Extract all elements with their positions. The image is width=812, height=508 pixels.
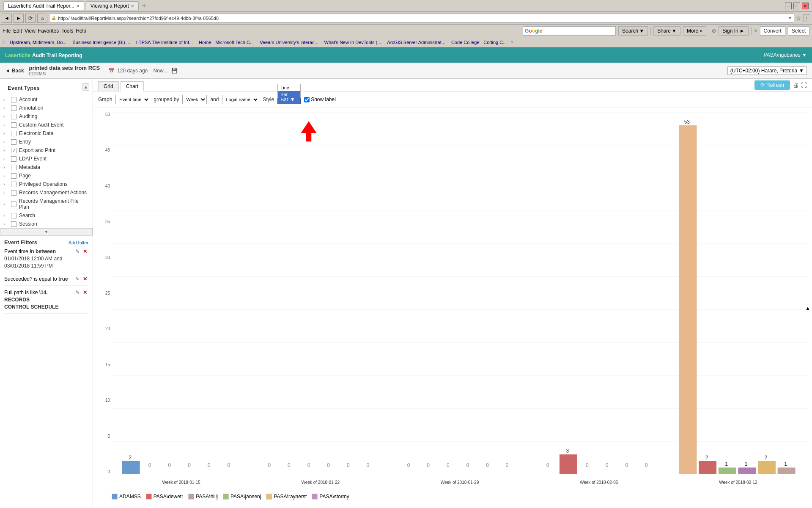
file-menu[interactable]: File bbox=[3, 28, 11, 34]
checkbox-metadata[interactable] bbox=[11, 165, 16, 170]
checkbox-records-file[interactable] bbox=[11, 202, 16, 207]
save-icon[interactable]: 💾 bbox=[171, 68, 178, 74]
address-input-box[interactable]: 🔒 http:// /audittrail/ReportMain.aspx?se… bbox=[49, 14, 794, 23]
share-button[interactable]: Share ▼ bbox=[653, 26, 680, 36]
event-type-item-page[interactable]: › Page bbox=[0, 171, 93, 180]
bookmark-5[interactable]: Veeam University's interac... bbox=[258, 39, 320, 45]
select-button[interactable]: Select bbox=[788, 26, 809, 36]
svg-text:0: 0 bbox=[427, 462, 430, 468]
google-search-input[interactable] bbox=[543, 28, 614, 33]
event-type-item-privileged[interactable]: › Privileged Operations bbox=[0, 180, 93, 188]
filter-1-remove-btn[interactable]: ✕ bbox=[82, 248, 88, 255]
filter-1-edit-btn[interactable]: ✎ bbox=[74, 248, 81, 255]
show-label-checkbox[interactable] bbox=[304, 97, 310, 102]
checkbox-entry[interactable] bbox=[11, 139, 16, 145]
event-type-item-annotation[interactable]: › Annotation bbox=[0, 104, 93, 112]
google-search-box[interactable]: Google bbox=[523, 26, 616, 36]
chart-scroll[interactable]: ▲ bbox=[805, 305, 810, 311]
x-icon[interactable]: ✕ bbox=[754, 28, 757, 33]
filter-3-edit-btn[interactable]: ✎ bbox=[74, 289, 81, 296]
refresh-button[interactable]: ⟳ Refresh bbox=[754, 80, 790, 90]
home-nav-btn[interactable]: ⌂ bbox=[37, 14, 47, 23]
address-dropdown-icon[interactable]: ▼ bbox=[788, 16, 792, 20]
checkbox-annotation[interactable] bbox=[11, 105, 16, 111]
bookmark-3[interactable]: IITPSA The Institute of Inf... bbox=[134, 39, 195, 45]
event-type-item-metadata[interactable]: › Metadata bbox=[0, 163, 93, 171]
event-type-item-records-file[interactable]: › Records Management File Plan bbox=[0, 197, 93, 211]
checkbox-account[interactable] bbox=[11, 97, 16, 102]
event-type-item-account[interactable]: › Account bbox=[0, 95, 93, 104]
tab-report-close[interactable]: ✕ bbox=[131, 4, 134, 8]
checkbox-custom-audit[interactable] bbox=[11, 122, 16, 128]
event-type-item-search[interactable]: › Search bbox=[0, 211, 93, 220]
close-window-btn[interactable]: ✕ bbox=[802, 3, 809, 9]
refresh-nav-btn[interactable]: ⟳ bbox=[25, 14, 36, 23]
back-nav-btn[interactable]: ◄ bbox=[2, 14, 12, 23]
login-select[interactable]: Login name bbox=[222, 95, 259, 104]
tab-grid[interactable]: Grid bbox=[98, 81, 119, 91]
sidebar-scroll-down[interactable]: ▼ bbox=[0, 228, 93, 235]
checkbox-export-print[interactable] bbox=[11, 148, 16, 153]
bookmark-7[interactable]: ArcGIS Server Administrat... bbox=[385, 39, 447, 45]
bookmark-4[interactable]: Home - Microsoft Tech C... bbox=[197, 39, 255, 45]
tab-chart[interactable]: Chart bbox=[121, 81, 144, 91]
style-option-line[interactable]: Line bbox=[278, 84, 300, 91]
bookmark-star-icon[interactable]: ☆ bbox=[2, 40, 5, 44]
bookmark-6[interactable]: What's New In DevTools (... bbox=[323, 39, 383, 45]
app-user[interactable]: PASA\ngubanes ▼ bbox=[764, 52, 807, 58]
event-type-item-entry[interactable]: › Entry bbox=[0, 138, 93, 146]
file-label: File bbox=[3, 28, 11, 34]
bookmark-2[interactable]: Business Intelligence (BI) ... bbox=[71, 39, 132, 45]
tab-audit[interactable]: Laserfiche Audit Trail Repor... ✕ bbox=[3, 1, 84, 10]
timezone-selector[interactable]: (UTC+02:00) Harare, Pretoria ▼ bbox=[727, 66, 807, 75]
view-menu[interactable]: View bbox=[25, 28, 36, 34]
event-type-item-ldap[interactable]: › LDAP Event bbox=[0, 155, 93, 163]
event-type-item-electronic[interactable]: › Electronic Data bbox=[0, 129, 93, 138]
event-type-item-session[interactable]: › Session bbox=[0, 220, 93, 228]
tab-report[interactable]: Viewing a Report ✕ bbox=[86, 1, 139, 10]
checkbox-privileged[interactable] bbox=[11, 182, 16, 187]
convert-button[interactable]: Convert bbox=[760, 26, 785, 36]
filter-2-edit-btn[interactable]: ✎ bbox=[74, 276, 81, 282]
event-type-item-auditing[interactable]: › Auditing bbox=[0, 112, 93, 121]
new-tab-btn[interactable]: + bbox=[140, 2, 148, 10]
print-button[interactable]: 🖨 bbox=[793, 82, 798, 88]
bookmark-8[interactable]: Code College - Coding C... bbox=[450, 39, 508, 45]
sidebar-scroll-up[interactable]: ▲ bbox=[82, 83, 89, 91]
back-button[interactable]: ◄ Back bbox=[5, 68, 24, 74]
star-icon[interactable]: ☆ bbox=[796, 15, 801, 22]
bookmarks-more[interactable]: » bbox=[511, 40, 513, 44]
favorites-menu[interactable]: Favorites bbox=[38, 28, 59, 34]
checkbox-auditing[interactable] bbox=[11, 114, 16, 119]
event-type-item-custom-audit[interactable]: › Custom Audit Event bbox=[0, 121, 93, 129]
more-button[interactable]: More » bbox=[683, 26, 706, 36]
show-label-control[interactable]: Show label bbox=[304, 97, 336, 102]
forward-nav-btn[interactable]: ► bbox=[14, 14, 24, 23]
checkbox-records-mgmt[interactable] bbox=[11, 190, 16, 196]
checkbox-session[interactable] bbox=[11, 221, 16, 227]
minimize-btn[interactable]: ─ bbox=[785, 3, 792, 9]
filter-2-remove-btn[interactable]: ✕ bbox=[82, 276, 88, 282]
edit-menu[interactable]: Edit bbox=[13, 28, 22, 34]
bookmark-1[interactable]: Upstream, Midstream, Do... bbox=[8, 39, 68, 45]
style-option-bar[interactable]: Bar bbox=[278, 91, 300, 98]
maximize-btn[interactable]: □ bbox=[793, 3, 800, 9]
svg-text:0: 0 bbox=[208, 462, 211, 468]
event-type-item-export-print[interactable]: › Export and Print bbox=[0, 146, 93, 155]
tab-audit-close[interactable]: ✕ bbox=[76, 4, 80, 8]
checkbox-ldap[interactable] bbox=[11, 156, 16, 162]
graph-select[interactable]: Event time bbox=[115, 95, 150, 104]
filter-3-remove-btn[interactable]: ✕ bbox=[82, 289, 88, 296]
checkbox-electronic[interactable] bbox=[11, 131, 16, 136]
event-type-item-records-mgmt[interactable]: › Records Management Actions bbox=[0, 188, 93, 197]
group-by-select[interactable]: Week bbox=[182, 95, 207, 104]
checkbox-page[interactable] bbox=[11, 173, 16, 179]
search-button[interactable]: Search ▼ bbox=[618, 26, 648, 36]
fullscreen-button[interactable]: ⛶ bbox=[801, 82, 807, 88]
help-menu[interactable]: Help bbox=[76, 28, 86, 34]
checkbox-search[interactable] bbox=[11, 213, 16, 218]
add-tab-icon[interactable]: + bbox=[803, 14, 810, 22]
sign-in-button[interactable]: Sign In ► bbox=[719, 26, 748, 36]
add-filter-link[interactable]: Add Filter bbox=[69, 240, 88, 245]
tools-menu[interactable]: Tools bbox=[61, 28, 73, 34]
